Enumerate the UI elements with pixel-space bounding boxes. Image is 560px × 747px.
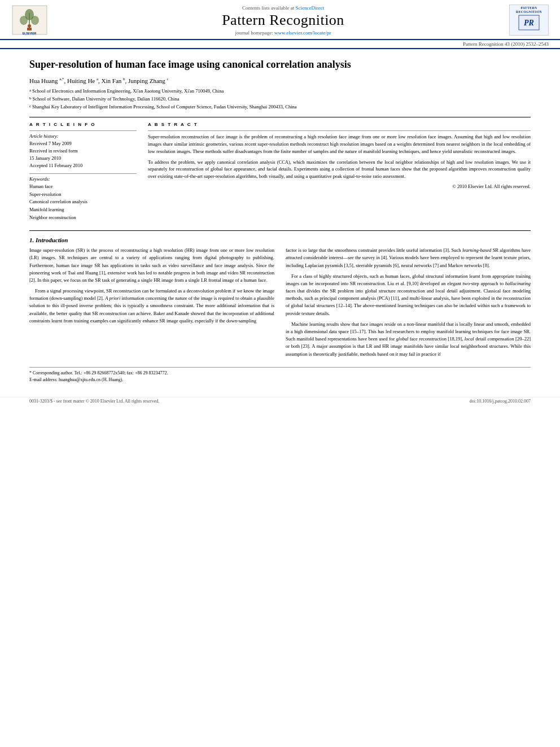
accepted-line: Accepted 11 February 2010 xyxy=(29,162,137,169)
homepage-link[interactable]: www.elsevier.com/locate/pr xyxy=(274,30,331,36)
banner-center: Contents lists available at ScienceDirec… xyxy=(57,5,509,36)
section-number: 1. xyxy=(29,237,34,243)
affil-c-text: Shanghai Key Laboratory of Intelligent I… xyxy=(32,103,297,111)
intro-col2-para3: Machine learning results show that face … xyxy=(286,321,531,358)
sciencedirect-line: Contents lists available at ScienceDirec… xyxy=(57,5,509,11)
received-line: Received 7 May 2009 xyxy=(29,140,137,147)
intro-col1-para1: Image super-resolution (SR) is the proce… xyxy=(29,247,274,284)
abstract-label: A B S T R A C T xyxy=(148,122,531,127)
authors-line: Hua Huang a,*, Huiting He a, Xin Fan b, … xyxy=(29,77,531,84)
history-title: Article history: xyxy=(29,133,137,139)
article-info-col: A R T I C L E I N F O Article history: R… xyxy=(29,122,137,221)
journal-id-text: Pattern Recognition 43 (2010) 2532–2543 xyxy=(463,41,549,47)
affil-b: b School of Software, Dalian University … xyxy=(29,95,531,103)
elsevier-logo: ELSEVIER xyxy=(11,5,48,36)
intro-col-left: Image super-resolution (SR) is the proce… xyxy=(29,247,274,361)
info-divider-2 xyxy=(29,173,137,174)
svg-text:ELSEVIER: ELSEVIER xyxy=(23,32,37,35)
journal-id-line: Pattern Recognition 43 (2010) 2532–2543 xyxy=(0,40,560,49)
journal-homepage: journal homepage: www.elsevier.com/locat… xyxy=(57,30,509,36)
info-divider-1 xyxy=(29,130,137,131)
svg-point-4 xyxy=(31,16,39,25)
journal-title: Pattern Recognition xyxy=(57,12,509,29)
svg-point-3 xyxy=(20,16,28,25)
divider-2 xyxy=(29,230,531,231)
copyright-line: © 2010 Elsevier Ltd. All rights reserved… xyxy=(148,184,531,189)
footnote-section: * Corresponding author. Tel.: +86 29 826… xyxy=(29,367,531,383)
affil-c: c Shanghai Key Laboratory of Intelligent… xyxy=(29,103,531,111)
footnote-email: E-mail address: huanghua@xjtu.edu.cn (H.… xyxy=(29,377,531,383)
keyword-3: Canonical correlation analysis xyxy=(29,198,137,206)
revised-date: 15 January 2010 xyxy=(29,155,137,162)
bottom-right-text: doi:10.1016/j.patcog.2010.02.007 xyxy=(470,399,531,404)
pr-logo-icon: PR xyxy=(518,14,540,34)
svg-point-5 xyxy=(28,24,31,28)
revised-label: Received in revised form xyxy=(29,147,137,155)
intro-col-right: factor is so large that the smoothness c… xyxy=(286,247,531,361)
affil-b-text: School of Software, Dalian University of… xyxy=(33,95,180,103)
keyword-1: Human face xyxy=(29,183,137,191)
main-content: Super-resolution of human face image usi… xyxy=(0,49,560,392)
homepage-text: journal homepage: xyxy=(235,30,273,36)
affil-a: a School of Electronics and Information … xyxy=(29,88,531,95)
keyword-2: Super-resolution xyxy=(29,191,137,199)
keyword-4: Manifold learning xyxy=(29,206,137,214)
article-body: A R T I C L E I N F O Article history: R… xyxy=(29,122,531,221)
intro-col2-para2: For a class of highly structured objects… xyxy=(286,273,531,317)
affil-a-text: School of Electronics and Information En… xyxy=(32,88,224,95)
divider-1 xyxy=(29,117,531,117)
pr-logo-text: PATTERNRECOGNITION xyxy=(516,6,542,14)
intro-col1-para2: From a signal processing viewpoint, SR r… xyxy=(29,287,274,325)
keyword-5: Neighbor reconstruction xyxy=(29,214,137,222)
abstract-para-1: Super-resolution reconstruction of face … xyxy=(148,133,531,155)
section-title: 1. Introduction xyxy=(29,237,531,243)
two-col-text: Image super-resolution (SR) is the proce… xyxy=(29,247,531,361)
bottom-bar: 0031-3203/$ - see front matter © 2010 El… xyxy=(0,397,560,405)
abstract-divider xyxy=(148,130,531,131)
footnote-star: * Corresponding author. Tel.: +86 29 826… xyxy=(29,370,531,377)
journal-banner: ELSEVIER Contents lists available at Sci… xyxy=(0,0,560,40)
sciencedirect-link[interactable]: ScienceDirect xyxy=(296,5,324,11)
pr-logo-box: PATTERNRECOGNITION PR xyxy=(509,5,549,36)
intro-col2-para1: factor is so large that the smoothness c… xyxy=(286,247,531,269)
keywords-title: Keywords: xyxy=(29,176,137,182)
abstract-text: Super-resolution reconstruction of face … xyxy=(148,133,531,180)
abstract-col: A B S T R A C T Super-resolution reconst… xyxy=(148,122,531,221)
abstract-para-2: To address the problem, we apply canonic… xyxy=(148,159,531,180)
intro-section: 1. Introduction Image super-resolution (… xyxy=(29,237,531,361)
keywords-section: Keywords: Human face Super-resolution Ca… xyxy=(29,176,137,221)
bottom-left-text: 0031-3203/$ - see front matter © 2010 El… xyxy=(29,399,159,404)
article-info-label: A R T I C L E I N F O xyxy=(29,122,137,127)
article-title: Super-resolution of human face image usi… xyxy=(29,58,531,71)
sciencedirect-text: Contents lists available at xyxy=(242,5,294,11)
affiliations: a School of Electronics and Information … xyxy=(29,88,531,110)
svg-text:PR: PR xyxy=(524,19,534,27)
article-history: Article history: Received 7 May 2009 Rec… xyxy=(29,133,137,169)
section-title-text: Introduction xyxy=(36,237,68,243)
svg-rect-6 xyxy=(27,28,32,30)
